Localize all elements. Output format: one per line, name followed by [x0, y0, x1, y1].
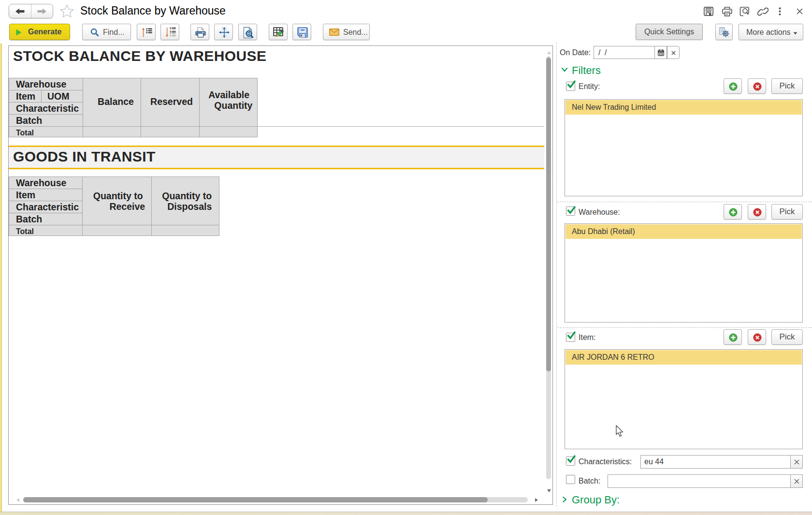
- svg-text:Characteristic: Characteristic: [16, 103, 79, 114]
- svg-text:Batch: Batch: [16, 214, 42, 224]
- svg-text:Batch: Batch: [16, 115, 42, 126]
- svg-text:Item: Item: [16, 91, 35, 102]
- svg-text:Reserved: Reserved: [150, 96, 193, 107]
- svg-text:Disposals: Disposals: [167, 201, 212, 212]
- svg-text:Quantity to: Quantity to: [162, 191, 212, 201]
- svg-text:Available: Available: [208, 89, 249, 100]
- svg-text:Balance: Balance: [98, 96, 134, 107]
- svg-text:Quantity to: Quantity to: [93, 191, 143, 201]
- svg-text:Characteristic: Characteristic: [16, 202, 79, 212]
- svg-text:UOM: UOM: [47, 91, 70, 102]
- svg-text:Total: Total: [16, 227, 34, 235]
- svg-text:Quantity: Quantity: [214, 100, 252, 111]
- svg-text:Item: Item: [16, 190, 35, 200]
- svg-text:Warehouse: Warehouse: [16, 177, 67, 188]
- svg-text:Receive: Receive: [109, 201, 145, 212]
- svg-text:Warehouse: Warehouse: [16, 79, 67, 89]
- svg-text:Total: Total: [16, 129, 34, 137]
